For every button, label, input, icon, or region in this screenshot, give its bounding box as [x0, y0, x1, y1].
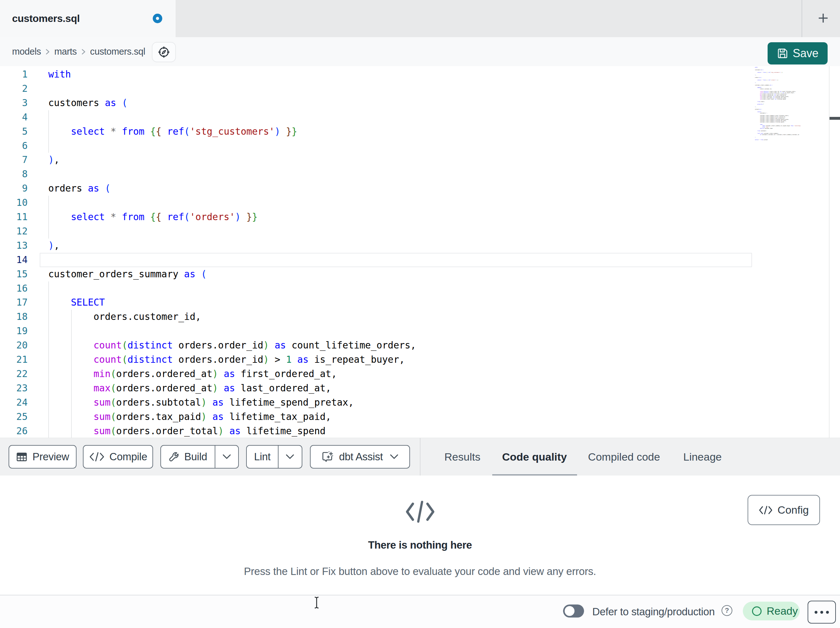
code-token: as [297, 354, 309, 365]
code-line[interactable]: 19 [0, 324, 755, 338]
tab-title: customers.sql [12, 13, 80, 24]
ready-circle-icon [752, 606, 761, 616]
code-token: ) [218, 426, 224, 437]
breadcrumb-item-customers-sql[interactable]: customers.sql [90, 46, 145, 57]
code-token: } [286, 126, 292, 137]
lint-button-main[interactable]: Lint [247, 446, 278, 468]
code-line[interactable]: 15customer_orders_summary as ( [0, 267, 755, 282]
code-line[interactable]: 8 [0, 167, 755, 181]
more-options-button[interactable] [808, 601, 836, 623]
code-editor[interactable]: 1with23customers as (45 select * from {{… [0, 66, 840, 438]
code-line[interactable]: 7), [0, 153, 755, 167]
line-number: 14 [0, 253, 28, 267]
code-token: is_repeat_buyer, [309, 354, 405, 365]
code-token [116, 98, 122, 108]
code-line[interactable]: 6 [0, 139, 755, 153]
code-token: lifetime_spend_pretax, [224, 397, 354, 408]
code-token [105, 212, 111, 222]
code-token: ) [263, 340, 269, 351]
panel-tab-results[interactable]: Results [444, 438, 480, 476]
code-token: ref [167, 126, 184, 137]
breadcrumb-item-models[interactable]: models [12, 46, 41, 57]
minimap[interactable]: withcustomers as ( select * from {{ ref(… [755, 67, 829, 438]
tab-customers-sql[interactable]: customers.sql [0, 0, 175, 37]
code-line[interactable]: 23 max(orders.ordered_at) as last_ordere… [0, 381, 755, 395]
ellipsis-icon [820, 611, 823, 614]
ellipsis-icon [826, 611, 829, 614]
code-token: } [292, 126, 297, 137]
build-dropdown-button[interactable] [215, 446, 238, 468]
code-token [207, 397, 212, 408]
chevron-right-icon [46, 48, 50, 55]
code-token: sum [94, 426, 111, 437]
preview-button[interactable]: Preview [9, 445, 77, 468]
code-token: customers [48, 98, 105, 108]
save-button-label: Save [793, 47, 818, 60]
code-icon [759, 505, 773, 515]
code-token: orders.customer_id, [48, 311, 201, 322]
code-line[interactable]: 16 [0, 282, 755, 296]
code-token: ) [201, 411, 207, 422]
code-token: ( [122, 98, 128, 108]
code-line[interactable]: 10 [0, 196, 755, 210]
code-line[interactable]: 1with [0, 67, 755, 82]
code-token: ( [201, 269, 207, 280]
code-line[interactable]: 3customers as ( [0, 96, 755, 110]
code-line[interactable]: 26 sum(orders.order_total) as lifetime_s… [0, 424, 755, 438]
status-bar: Defer to staging/production ? Ready [0, 596, 840, 628]
code-token [99, 183, 105, 194]
chevron-down-icon [222, 454, 232, 460]
code-token: ( [111, 426, 116, 437]
code-token: lifetime_tax_paid, [224, 411, 331, 422]
dbt-assist-button[interactable]: dbt Assist [310, 445, 410, 468]
panel-tab-code-quality[interactable]: Code quality [502, 438, 567, 476]
line-number: 8 [0, 167, 28, 181]
code-line[interactable]: 2 [0, 82, 755, 96]
code-line[interactable]: 13), [0, 239, 755, 253]
copilot-button[interactable] [152, 42, 176, 62]
new-tab-button[interactable] [814, 9, 833, 28]
panel-tab-lineage[interactable]: Lineage [683, 438, 722, 476]
code-line[interactable]: 20 count(distinct orders.order_id) as co… [0, 338, 755, 353]
code-line[interactable]: 18 orders.customer_id, [0, 310, 755, 324]
question-mark: ? [725, 606, 729, 615]
code-line[interactable]: 11 select * from {{ ref('orders') }} [0, 210, 755, 224]
code-token: * [111, 212, 116, 222]
code-token: as [105, 98, 116, 108]
lint-dropdown-button[interactable] [278, 446, 302, 468]
code-token: 1 [286, 354, 292, 365]
code-token: ) [48, 240, 54, 251]
code-line[interactable]: 22 min(orders.ordered_at) as first_order… [0, 367, 755, 381]
code-token: ) [275, 126, 280, 137]
build-button-main[interactable]: Build [161, 446, 215, 468]
code-line[interactable]: 17 SELECT [0, 296, 755, 310]
code-icon [89, 451, 105, 462]
code-token: select [71, 212, 105, 222]
code-line[interactable]: 24 sum(orders.subtotal) as lifetime_spen… [0, 395, 755, 410]
compile-button[interactable]: Compile [83, 445, 153, 468]
code-token [48, 126, 71, 137]
line-number: 10 [0, 196, 28, 210]
code-token: ref [167, 212, 184, 222]
help-icon[interactable]: ? [722, 605, 732, 616]
code-line-text: with [48, 67, 71, 82]
save-button[interactable]: Save [767, 42, 827, 65]
panel-tab-compiled-code[interactable]: Compiled code [588, 438, 660, 476]
code-line[interactable]: 25 sum(orders.tax_paid) as lifetime_tax_… [0, 410, 755, 424]
code-line[interactable]: 9orders as ( [0, 181, 755, 196]
code-token: lifetime_spend [241, 426, 325, 437]
results-panel: There is nothing here Press the Lint or … [0, 476, 840, 595]
status-badge-ready[interactable]: Ready [743, 602, 800, 620]
code-line[interactable]: 14 [0, 253, 755, 267]
config-button[interactable]: Config [748, 495, 820, 525]
code-line[interactable]: 4 [0, 110, 755, 125]
breadcrumb-item-marts[interactable]: marts [54, 46, 77, 57]
code-line-text: min(orders.ordered_at) as first_ordered_… [48, 367, 337, 381]
code-line[interactable]: 12 [0, 224, 755, 239]
code-line[interactable]: 21 count(distinct orders.order_id) > 1 a… [0, 353, 755, 367]
code-token [48, 411, 94, 422]
panel-tab-label: Lineage [683, 451, 722, 463]
code-line[interactable]: 5 select * from {{ ref('stg_customers') … [0, 125, 755, 139]
defer-toggle[interactable] [563, 604, 584, 617]
code-token: } [246, 212, 252, 222]
